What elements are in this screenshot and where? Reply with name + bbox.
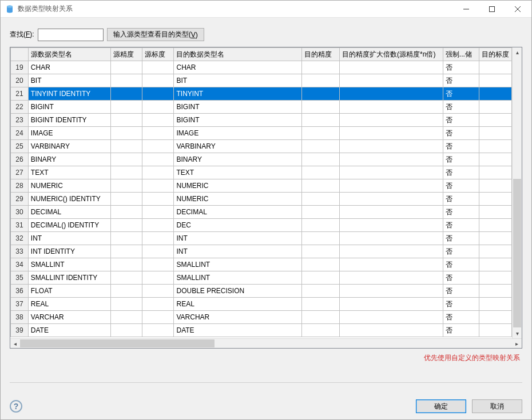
table-row[interactable]: 34SMALLINTSMALLINT否: [11, 258, 512, 271]
cell-dst-scale[interactable]: [479, 114, 512, 127]
cell-src-scale[interactable]: [142, 87, 174, 101]
cell-force[interactable]: 否: [443, 311, 479, 324]
cell-src-name[interactable]: TEXT: [28, 166, 110, 179]
row-number[interactable]: 20: [11, 74, 29, 87]
cell-src-prec[interactable]: [110, 285, 142, 298]
cell-src-name[interactable]: DECIMAL: [28, 206, 110, 219]
cell-dst-prec[interactable]: [302, 206, 340, 219]
cell-src-scale[interactable]: [142, 232, 174, 245]
cell-mult-n[interactable]: [340, 87, 443, 101]
horizontal-scroll-thumb[interactable]: [20, 339, 215, 347]
horizontal-scrollbar[interactable]: ◂ ▸: [10, 338, 522, 348]
cell-dst-prec[interactable]: [302, 258, 340, 271]
cell-dst-name[interactable]: BIGINT: [174, 114, 302, 127]
row-number[interactable]: 19: [11, 61, 29, 74]
cell-mult-n[interactable]: [340, 153, 443, 166]
cell-src-scale[interactable]: [142, 114, 174, 127]
cell-src-prec[interactable]: [110, 245, 142, 258]
cell-src-scale[interactable]: [142, 61, 174, 74]
cell-src-name[interactable]: NUMERIC() IDENTITY: [28, 193, 110, 206]
maximize-button[interactable]: [479, 1, 505, 17]
row-number[interactable]: 33: [11, 245, 29, 258]
cell-mult-n[interactable]: [340, 166, 443, 179]
lookup-button[interactable]: 输入源类型查看目的类型(V): [107, 28, 204, 41]
cancel-button[interactable]: 取消: [472, 399, 522, 413]
ok-button[interactable]: 确定: [416, 399, 466, 413]
cell-dst-name[interactable]: VARBINARY: [174, 140, 302, 153]
cell-src-prec[interactable]: [110, 193, 142, 206]
table-row[interactable]: 19CHARCHAR否: [11, 61, 512, 74]
cell-src-prec[interactable]: [110, 206, 142, 219]
cell-force[interactable]: 否: [443, 219, 479, 232]
cell-dst-scale[interactable]: [479, 101, 512, 114]
cell-mult-n[interactable]: [340, 219, 443, 232]
cell-force[interactable]: 否: [443, 101, 479, 114]
cell-dst-scale[interactable]: [479, 87, 512, 101]
cell-dst-scale[interactable]: [479, 61, 512, 74]
cell-src-prec[interactable]: [110, 271, 142, 285]
table-row[interactable]: 33INT IDENTITYINT否: [11, 245, 512, 258]
cell-dst-prec[interactable]: [302, 285, 340, 298]
cell-src-name[interactable]: BIGINT IDENTITY: [28, 114, 110, 127]
cell-dst-name[interactable]: NUMERIC: [174, 193, 302, 206]
cell-dst-name[interactable]: CHAR: [174, 61, 302, 74]
cell-mult-n[interactable]: [340, 74, 443, 87]
cell-src-name[interactable]: DECIMAL() IDENTITY: [28, 219, 110, 232]
cell-src-scale[interactable]: [142, 298, 174, 311]
row-number[interactable]: 23: [11, 114, 29, 127]
table-row[interactable]: 32INTINT否: [11, 232, 512, 245]
cell-mult-n[interactable]: [340, 101, 443, 114]
cell-force[interactable]: 否: [443, 61, 479, 74]
cell-mult-n[interactable]: [340, 311, 443, 324]
cell-force[interactable]: 否: [443, 258, 479, 271]
cell-dst-name[interactable]: DECIMAL: [174, 206, 302, 219]
cell-force[interactable]: 否: [443, 193, 479, 206]
cell-dst-prec[interactable]: [302, 193, 340, 206]
cell-src-prec[interactable]: [110, 179, 142, 193]
cell-src-name[interactable]: CHAR: [28, 61, 110, 74]
cell-mult-n[interactable]: [340, 232, 443, 245]
col-mult-n[interactable]: 目的精度扩大倍数(源精度*n倍): [340, 48, 443, 61]
help-icon[interactable]: ?: [10, 400, 22, 413]
cell-dst-name[interactable]: DOUBLE PRECISION: [174, 285, 302, 298]
cell-src-prec[interactable]: [110, 166, 142, 179]
cell-dst-prec[interactable]: [302, 219, 340, 232]
cell-mult-n[interactable]: [340, 140, 443, 153]
scroll-left-icon[interactable]: ◂: [10, 339, 20, 348]
close-button[interactable]: [505, 1, 530, 17]
cell-mult-n[interactable]: [340, 298, 443, 311]
cell-dst-name[interactable]: SMALLINT: [174, 258, 302, 271]
table-row[interactable]: 22BIGINTBIGINT否: [11, 101, 512, 114]
search-input[interactable]: [38, 29, 104, 41]
cell-src-name[interactable]: VARCHAR: [28, 311, 110, 324]
cell-dst-scale[interactable]: [479, 206, 512, 219]
cell-force[interactable]: 否: [443, 271, 479, 285]
cell-dst-prec[interactable]: [302, 127, 340, 140]
col-src-prec[interactable]: 源精度: [110, 48, 142, 61]
cell-dst-name[interactable]: DEC: [174, 219, 302, 232]
row-number[interactable]: 22: [11, 101, 29, 114]
cell-dst-name[interactable]: TEXT: [174, 166, 302, 179]
row-number[interactable]: 38: [11, 311, 29, 324]
cell-src-name[interactable]: BIGINT: [28, 101, 110, 114]
cell-mult-n[interactable]: [340, 206, 443, 219]
cell-dst-name[interactable]: NUMERIC: [174, 179, 302, 193]
cell-dst-name[interactable]: INT: [174, 232, 302, 245]
scroll-up-icon[interactable]: ▴: [513, 47, 522, 57]
cell-force[interactable]: 否: [443, 114, 479, 127]
cell-force[interactable]: 否: [443, 166, 479, 179]
cell-force[interactable]: 否: [443, 245, 479, 258]
row-number[interactable]: 28: [11, 179, 29, 193]
cell-dst-scale[interactable]: [479, 166, 512, 179]
vertical-scrollbar[interactable]: ▴ ▾: [512, 47, 522, 338]
row-number[interactable]: 24: [11, 127, 29, 140]
cell-dst-scale[interactable]: [479, 232, 512, 245]
cell-dst-prec[interactable]: [302, 140, 340, 153]
cell-dst-prec[interactable]: [302, 311, 340, 324]
cell-dst-name[interactable]: REAL: [174, 298, 302, 311]
cell-dst-name[interactable]: IMAGE: [174, 127, 302, 140]
cell-src-name[interactable]: VARBINARY: [28, 140, 110, 153]
cell-dst-scale[interactable]: [479, 258, 512, 271]
cell-src-scale[interactable]: [142, 285, 174, 298]
cell-dst-name[interactable]: SMALLINT: [174, 271, 302, 285]
